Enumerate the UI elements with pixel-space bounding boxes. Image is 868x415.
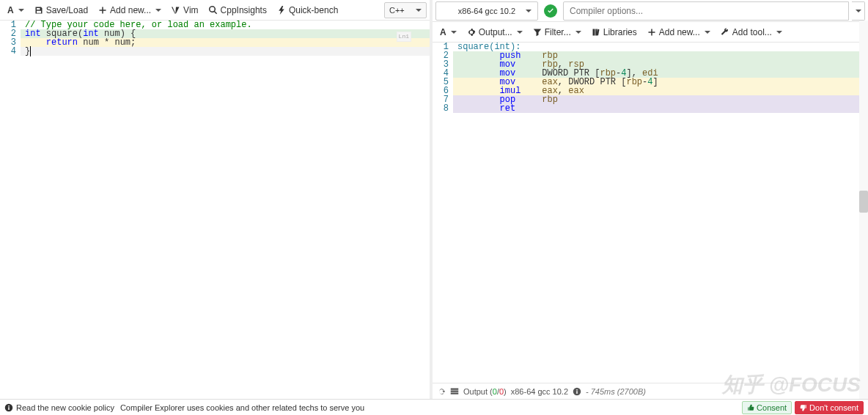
cookie-policy-link[interactable]: Read the new cookie policy [16,403,114,412]
wrench-icon [721,28,729,37]
vim-icon [172,6,180,15]
code-line[interactable]: return num * num; [21,38,430,47]
plus-icon [98,6,107,15]
consent-button[interactable]: Consent [742,401,792,414]
minimap-badge: Ln1 [397,32,411,42]
bolt-icon [277,6,286,15]
filter-menu[interactable]: Filter... [529,25,586,40]
output-icon[interactable] [450,387,459,396]
add-new-button[interactable]: Add new... [94,3,166,18]
compiler-toolbar: A Output... Filter... Libraries Add new.… [433,22,868,43]
source-editor[interactable]: 1234 // Type your code here, or load an … [0,21,430,399]
compiler-top-row: x86-64 gcc 10.2 [433,0,868,22]
cookie-bar: Read the new cookie policy Compiler Expl… [0,399,868,415]
code-line[interactable]: ret [453,104,868,113]
refresh-icon[interactable] [437,387,446,396]
info-icon[interactable] [573,387,581,396]
book-icon [592,28,600,37]
vertical-scrollbar[interactable] [859,21,868,399]
gear-icon [467,28,476,37]
filter-icon [533,28,542,37]
source-toolbar: A Save/Load Add new... Vim CppInsights [0,0,430,21]
dont-consent-button[interactable]: Don't consent [795,401,864,414]
cookie-message: Compiler Explorer uses cookies and other… [120,403,364,412]
thumbs-up-icon [747,404,754,411]
source-pane: A Save/Load Add new... Vim CppInsights [0,0,433,399]
asm-add-new-button[interactable]: Add new... [643,25,715,40]
compiler-options-dropdown[interactable] [852,1,865,21]
asm-gutter: 12345678 [433,43,453,383]
search-icon [209,6,218,15]
code-line[interactable]: } [21,47,430,56]
compiler-select[interactable]: x86-64 gcc 10.2 [435,1,538,21]
quickbench-button[interactable]: Quick-bench [273,3,342,18]
asm-font-menu[interactable]: A [435,25,461,40]
vim-button[interactable]: Vim [167,3,202,18]
check-icon [547,7,554,15]
asm-editor[interactable]: 12345678 square(int): push rbp mov rbp, … [433,43,868,383]
add-tool-button[interactable]: Add tool... [716,25,787,40]
libraries-button[interactable]: Libraries [587,25,641,40]
compiler-options-input[interactable] [563,1,849,21]
font-menu[interactable]: A [3,3,29,18]
save-icon [34,6,43,15]
plus-icon [647,28,656,37]
compiler-statusbar: Output (0/0) x86-64 gcc 10.2 - 745ms (27… [433,383,868,399]
compile-status-ok [544,4,557,18]
source-gutter: 1234 [0,21,21,399]
info-icon [4,403,13,412]
output-menu[interactable]: Output... [463,25,527,40]
save-load-button[interactable]: Save/Load [30,3,92,18]
language-select[interactable]: C++ [384,2,427,18]
thumbs-down-icon [800,404,807,411]
cppinsights-button[interactable]: CppInsights [205,3,271,18]
compiler-pane: x86-64 gcc 10.2 A Output... Filter... [433,0,868,399]
